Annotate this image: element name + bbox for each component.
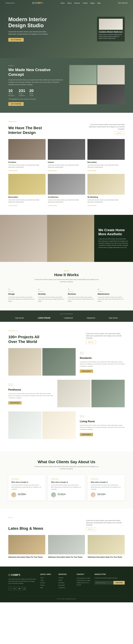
testimonial-stars-theo: ★★★★★ — [51, 478, 82, 480]
footer-socials: f in tw yt — [8, 587, 36, 590]
portfolio-desc-residents: Ut wisi enim ad minim veniam, quis nostr… — [80, 361, 125, 367]
hero-card-title: Combine Modern Bathroom — [99, 31, 123, 33]
footer-link-services[interactable]: Services — [40, 582, 54, 584]
step-design-title: Design — [8, 293, 35, 295]
concept-quote: "Out ingredients for over 12 years of su… — [8, 98, 64, 100]
concept-image-2 — [97, 65, 125, 84]
social-facebook-icon[interactable]: f — [8, 587, 12, 590]
blog-section-label: BLOG — [8, 517, 125, 518]
step-revision: 03 Revision Ut wisi enim ad minim veniam… — [68, 288, 95, 302]
blog-title-1: Halloween Decoration Ideas For Your Home — [8, 556, 45, 558]
hero-card-image — [99, 19, 123, 30]
service-learn-more-architecture[interactable]: LEARN MORE → — [48, 205, 59, 206]
hero-card-desc: Dolor sit amet, consectetur adipiscing e… — [99, 34, 123, 40]
step-develop-divider — [38, 291, 44, 292]
service-learn-more-renovation[interactable]: LEARN MORE → — [8, 205, 19, 206]
nav-logo[interactable]: ⬡ COMFY. — [32, 2, 43, 4]
footer-newsletter-desc: Subscribe to get latest updates and news… — [95, 577, 125, 579]
nav-services[interactable]: Services — [74, 2, 80, 4]
blog-title: Lates Blog & News — [8, 526, 43, 531]
service-img-architecture — [48, 174, 85, 195]
stat-awards-label: DesignAwards — [29, 93, 34, 96]
portfolio-section: PORTFOLIO 100+ Projects All Over The Wor… — [0, 322, 133, 452]
newsletter-subscribe-button[interactable]: SUBSCRIBE — [113, 581, 125, 584]
portfolio-cta-livingroom[interactable]: VIEW PROJECT — [80, 433, 93, 436]
step-maintenance-desc: Ut wisi enim ad minim veniam, quis nostr… — [98, 296, 125, 302]
blog-view-all-button[interactable]: VIEW ALL — [86, 528, 96, 531]
hero-content: Modern Interior Design Studio Ut wisi en… — [0, 16, 61, 42]
footer-services-col: Services Furniture Interior Decoration R… — [58, 574, 72, 590]
service-card-architecture: Architecture Ut wisi enim ad minim venia… — [48, 174, 85, 206]
footer-link-blog[interactable]: Blog — [40, 587, 54, 588]
portfolio-item-livingroom: 03 Living Room Ut wisi enim ad minim ven… — [8, 412, 125, 439]
portfolio-header-right: Ut wisi enim ad minim veniam, quis nostr… — [86, 332, 125, 344]
footer-brand: ⬡ COMFY. Ut wisi enim ad minim veniam, q… — [8, 574, 36, 590]
services-description: Ut wisi enim ad minim veniam, quis nostr… — [86, 124, 125, 130]
footer-service-interior[interactable]: Interior — [58, 580, 72, 581]
blog-title-3: Halloween Decoration Ideas For Your Home — [88, 556, 125, 558]
newsletter-input[interactable] — [95, 581, 113, 584]
portfolio-title-penthouse: Penthouse — [8, 388, 53, 391]
aesthetic-images — [0, 215, 94, 262]
portfolio-cta-residents[interactable]: VIEW PROJECT — [80, 370, 93, 373]
howworks-section: WORK How It Works Ut wisi enim ad minim … — [0, 262, 133, 310]
footer-contact-info: 123 Business Ave, Suite 100 New York, NY… — [76, 577, 90, 586]
testimonial-title-julia: What others thought of — [11, 481, 42, 483]
hero-cta-button[interactable]: GET STARTED — [8, 38, 24, 42]
social-twitter-icon[interactable]: tw — [18, 587, 21, 590]
hero-title: Modern Interior Design Studio — [8, 16, 53, 28]
blog-card-3: Halloween Decoration Ideas For Your Home — [88, 535, 125, 558]
concept-description: Ut wisi enim ad minim veniam, quis nostr… — [8, 79, 64, 86]
nav-blog[interactable]: Blog — [97, 2, 100, 4]
portfolio-img-livingroom-1 — [8, 412, 42, 439]
portfolio-view-all-button[interactable]: VIEW ALL — [86, 340, 96, 344]
service-learn-more-interior[interactable]: LEARN MORE → — [48, 170, 59, 172]
step-revision-desc: Ut wisi enim ad minim veniam, quis nostr… — [68, 296, 95, 302]
nav-project[interactable]: Project — [83, 2, 88, 4]
service-learn-more-decoration[interactable]: LEARN MORE → — [87, 170, 98, 172]
step-maintenance-divider — [98, 291, 103, 292]
nav-about[interactable]: About — [67, 2, 71, 4]
testimonial-author-jodie: Jodie Adams Home owner — [91, 492, 122, 497]
concept-cta-button[interactable]: GET STARTED — [8, 102, 24, 106]
step-design: 01 Design Ut wisi enim ad minim veniam, … — [8, 288, 35, 302]
step-revision-title: Revision — [68, 293, 95, 295]
footer-link-home[interactable]: Home — [40, 577, 54, 578]
footer-service-architecture[interactable]: Architecture — [58, 587, 72, 588]
portfolio-desc-livingroom: Ut wisi enim ad minim veniam, quis nostr… — [80, 424, 125, 431]
concept-title: We Made New Creative Concept — [8, 68, 64, 77]
portfolio-title-residents: Residents — [80, 357, 125, 360]
footer-link-project[interactable]: Project — [40, 584, 54, 586]
portfolio-cta-penthouse[interactable]: VIEW PROJECT — [8, 401, 22, 404]
step-revision-divider — [68, 291, 73, 292]
blog-image-1 — [8, 535, 45, 554]
nav-links: Home About Services Project Pages Blog — [61, 2, 100, 4]
footer-service-furniture[interactable]: Furniture — [58, 577, 72, 578]
nav-pages[interactable]: Pages — [90, 2, 95, 4]
nav-email: info@comfy.com — [6, 2, 15, 4]
testimonial-name-julia: Julia William — [18, 493, 26, 495]
step-design-num: 01 — [8, 288, 35, 290]
footer-top: ⬡ COMFY. Ut wisi enim ad minim veniam, q… — [8, 574, 125, 590]
footer-service-renovation[interactable]: Renovation — [58, 584, 72, 586]
stat-years-label: Years ofExperience — [8, 93, 15, 96]
concept-left: ABOUT We Made New Creative Concept Ut wi… — [8, 65, 64, 106]
social-instagram-icon[interactable]: in — [13, 587, 17, 590]
testimonial-text-theo: Ut wisi enim ad minim veniam, quis nostr… — [51, 484, 82, 490]
services-view-all-button[interactable]: VIEW ALL — [114, 132, 125, 135]
footer-service-decoration[interactable]: Decoration — [58, 582, 72, 584]
portfolio-img-penthouse-2 — [91, 380, 125, 407]
service-learn-more-furniture[interactable]: LEARN MORE → — [8, 170, 19, 172]
service-card-interior: Interior Ut wisi enim ad minim veniam, q… — [48, 139, 85, 172]
nav-home[interactable]: Home — [61, 2, 65, 4]
howworks-description: Ut wisi enim ad minim veniam, quis nostr… — [32, 278, 101, 283]
stat-projects: 231 ProjectCompleted — [19, 88, 25, 96]
portfolio-imgs-livingroom — [8, 412, 76, 439]
aesthetic-image-2 — [47, 215, 94, 262]
aesthetic-section: We Create Home More Aesthetic Ut wisi en… — [0, 215, 133, 262]
social-youtube-icon[interactable]: yt — [23, 587, 26, 590]
service-learn-more-3dmodeling[interactable]: LEARN MORE → — [87, 205, 98, 206]
blog-image-2 — [48, 535, 85, 554]
testimonial-title-jodie: What others thought of — [91, 481, 122, 483]
footer-link-about[interactable]: About — [40, 580, 54, 581]
